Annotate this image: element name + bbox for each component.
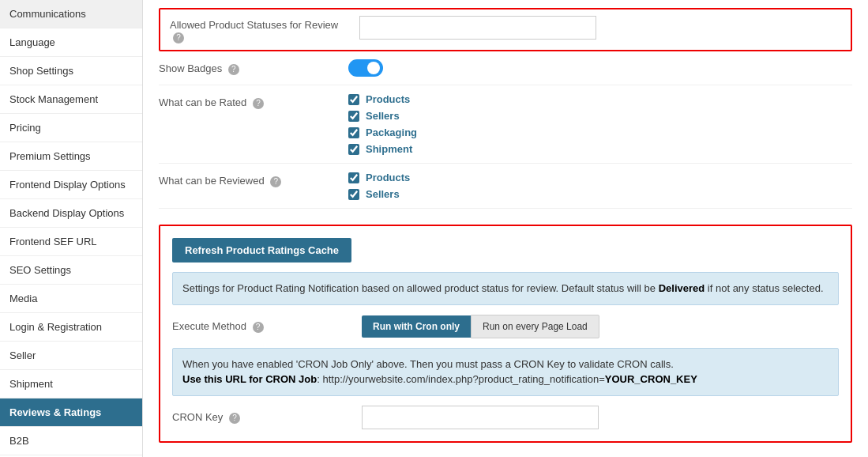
cron-key-help-icon[interactable]: ? (229, 413, 240, 424)
sidebar-item-communications[interactable]: Communications (0, 0, 142, 28)
what-rated-label: What can be Rated ? (159, 93, 348, 109)
what-rated-checkbox-group: ProductsSellersPackagingShipment (348, 93, 852, 155)
sidebar: CommunicationsLanguageShop SettingsStock… (0, 0, 143, 457)
sidebar-item-reviews---ratings[interactable]: Reviews & Ratings (0, 398, 142, 427)
allowed-statuses-row: Allowed Product Statuses for Review ? (159, 8, 852, 51)
what-reviewed-label-text: What can be Reviewed (159, 175, 265, 187)
show-badges-help-icon[interactable]: ? (228, 64, 239, 75)
main-content: Allowed Product Statuses for Review ? Sh… (143, 0, 868, 457)
execute-method-buttons: Run with Cron onlyRun on every Page Load (362, 315, 599, 338)
cron-info-line2: Use this URL for CRON Job: http://yourwe… (182, 372, 829, 387)
cron-key-bold: YOUR_CRON_KEY (605, 373, 697, 385)
cron-info-box: When you have enabled 'CRON Job Only' ab… (172, 348, 839, 396)
allowed-statuses-label: Allowed Product Statuses for Review ? (170, 16, 359, 43)
run-cron-button[interactable]: Run with Cron only (362, 315, 471, 338)
cron-url-prefix-text: Use this URL for CRON Job (182, 373, 317, 385)
what-reviewed-checkbox-group: ProductsSellers (348, 172, 852, 200)
what-rated-help-icon[interactable]: ? (253, 98, 264, 109)
sidebar-item-backend-display-options[interactable]: Backend Display Options (0, 199, 142, 228)
sidebar-item-frontend-display-options[interactable]: Frontend Display Options (0, 171, 142, 199)
reviewed-checkbox-products[interactable]: Products (348, 172, 852, 183)
cron-url-text: : http://yourwebsite.com/index.php?produ… (317, 373, 605, 385)
show-badges-control (348, 59, 852, 77)
cache-section: Refresh Product Ratings Cache Settings f… (159, 225, 852, 443)
rated-checkbox-packaging[interactable]: Packaging (348, 127, 852, 138)
allowed-statuses-label-text: Allowed Product Statuses for Review (170, 19, 338, 31)
cron-key-label: CRON Key ? (172, 411, 362, 424)
sidebar-item-shipment[interactable]: Shipment (0, 370, 142, 398)
rated-cb-products[interactable] (348, 94, 359, 105)
allowed-statuses-control (359, 16, 841, 40)
sidebar-item-frontend-sef-url[interactable]: Frontend SEF URL (0, 228, 142, 256)
sidebar-item-b2b[interactable]: B2B (0, 427, 142, 455)
info-text: Settings for Product Rating Notification… (182, 282, 656, 294)
rated-checkbox-sellers[interactable]: Sellers (348, 110, 852, 122)
cron-info-line1: When you have enabled 'CRON Job Only' ab… (182, 357, 829, 372)
reviewed-cb-sellers[interactable] (348, 189, 359, 200)
info-bold: Delivered (659, 282, 705, 294)
show-badges-toggle[interactable] (348, 59, 383, 77)
sidebar-item-login---registration[interactable]: Login & Registration (0, 313, 142, 342)
what-rated-label-text: What can be Rated (159, 96, 246, 108)
execute-method-row: Execute Method ? Run with Cron onlyRun o… (172, 315, 839, 338)
sidebar-item-premium-settings[interactable]: Premium Settings (0, 142, 142, 171)
execute-label-text: Execute Method (172, 320, 246, 332)
sidebar-item-seo-settings[interactable]: SEO Settings (0, 256, 142, 285)
execute-method-label: Execute Method ? (172, 320, 362, 333)
rated-cb-sellers[interactable] (348, 111, 359, 122)
rated-cb-shipment[interactable] (348, 144, 359, 155)
sidebar-item-language[interactable]: Language (0, 28, 142, 57)
sidebar-item-stock-management[interactable]: Stock Management (0, 85, 142, 114)
allowed-statuses-help-icon[interactable]: ? (173, 32, 184, 43)
what-reviewed-label: What can be Reviewed ? (159, 172, 348, 187)
info-text-after: if not any status selected. (708, 282, 824, 294)
show-badges-label: Show Badges ? (159, 59, 348, 75)
what-reviewed-help-icon[interactable]: ? (270, 176, 281, 187)
sidebar-item-shop-settings[interactable]: Shop Settings (0, 57, 142, 85)
toggle-slider (348, 59, 383, 77)
show-badges-row: Show Badges ? (159, 51, 852, 85)
cron-url-prefix: Use this URL for CRON Job (182, 373, 317, 385)
execute-help-icon[interactable]: ? (253, 322, 264, 333)
what-reviewed-row: What can be Reviewed ? ProductsSellers (159, 164, 852, 209)
cron-key-label-text: CRON Key (172, 411, 223, 423)
sidebar-item-media[interactable]: Media (0, 285, 142, 313)
sidebar-item-seller[interactable]: Seller (0, 342, 142, 370)
cron-key-row: CRON Key ? (172, 406, 839, 429)
run-page-load-button[interactable]: Run on every Page Load (471, 315, 599, 338)
cron-key-input[interactable] (362, 406, 599, 429)
rated-cb-packaging[interactable] (348, 127, 359, 138)
refresh-cache-button[interactable]: Refresh Product Ratings Cache (172, 238, 351, 262)
reviewed-checkbox-sellers[interactable]: Sellers (348, 188, 852, 200)
what-rated-row: What can be Rated ? ProductsSellersPacka… (159, 85, 852, 164)
rated-checkbox-products[interactable]: Products (348, 93, 852, 105)
reviewed-cb-products[interactable] (348, 172, 359, 183)
sidebar-item-pricing[interactable]: Pricing (0, 114, 142, 142)
rated-checkbox-shipment[interactable]: Shipment (348, 143, 852, 155)
what-reviewed-control: ProductsSellers (348, 172, 852, 200)
allowed-statuses-input[interactable] (359, 16, 596, 40)
what-rated-control: ProductsSellersPackagingShipment (348, 93, 852, 155)
show-badges-label-text: Show Badges (159, 62, 222, 74)
notification-info-box: Settings for Product Rating Notification… (172, 272, 839, 305)
